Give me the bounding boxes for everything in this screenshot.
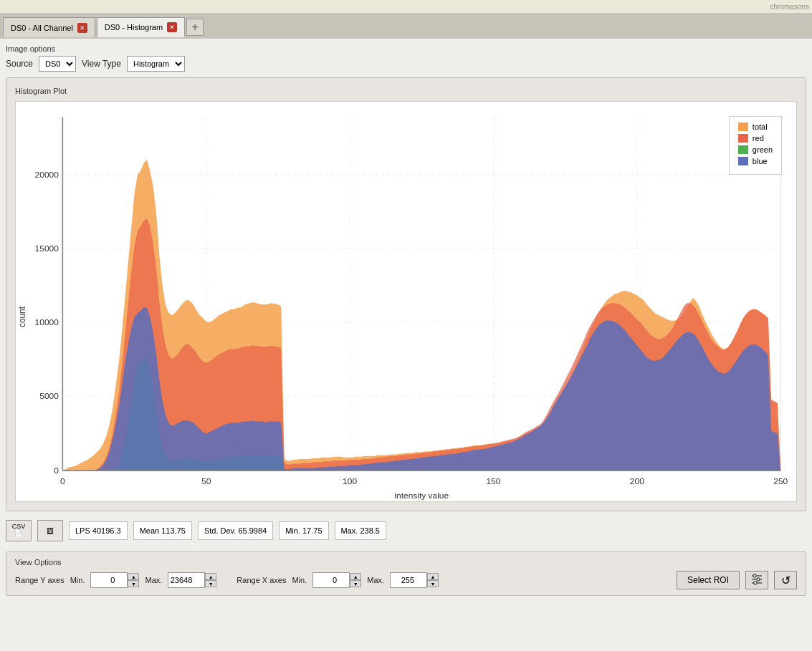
view-type-select[interactable]: Histogram [127,56,185,72]
chart-title: Histogram Plot [15,87,797,95]
svg-text:15000: 15000 [35,243,59,254]
svg-text:5000: 5000 [39,391,59,401]
reset-button[interactable]: ↺ [774,571,797,589]
legend-label-red: red [753,134,764,143]
y-min-up[interactable]: ▲ [128,573,139,580]
legend-item-blue: blue [738,157,773,165]
svg-text:0: 0 [60,476,65,486]
svg-text:intensity value: intensity value [394,491,449,501]
y-min-down[interactable]: ▼ [128,580,139,587]
stddev-value: 65.9984 [238,526,267,535]
mean-box: Mean 113.75 [133,521,192,540]
csv-export-button[interactable]: CSV📄 [6,520,32,541]
min-value: 17.75 [302,526,323,535]
controls-row: Source DS0 View Type Histogram [6,56,806,72]
svg-text:count: count [17,306,27,327]
y-min-spin: ▲ ▼ [128,573,139,587]
x-max-label: Max. [367,576,384,584]
x-min-input-group: ▲ ▼ [312,572,361,588]
svg-text:20000: 20000 [35,170,59,180]
legend-label-blue: blue [753,157,768,165]
tab-allchannel[interactable]: DS0 - All Channel ✕ [3,17,95,37]
legend-item-green: green [738,145,773,154]
legend-color-green [738,145,748,154]
stats-row: CSV📄 🖼 LPS 40196.3 Mean 113.75 Std. Dev.… [6,517,806,544]
lps-box: LPS 40196.3 [69,521,128,540]
tab-allchannel-close[interactable]: ✕ [77,23,87,33]
svg-text:50: 50 [201,476,211,486]
legend-color-red [738,134,748,143]
x-max-down[interactable]: ▼ [427,580,439,587]
y-max-input[interactable] [168,572,205,588]
y-max-input-group: ▲ ▼ [168,572,216,588]
x-min-spin: ▲ ▼ [350,573,361,587]
legend-item-total: total [738,122,773,131]
svg-text:0: 0 [54,466,59,476]
svg-text:100: 100 [343,476,357,486]
tab-histogram-close[interactable]: ✕ [167,22,177,32]
y-min-input-group: ▲ ▼ [90,572,139,588]
stddev-label: Std. Dev. [204,526,236,535]
chart-container: Histogram Plot total red green blu [6,77,806,511]
x-min-up[interactable]: ▲ [350,573,361,580]
x-min-input[interactable] [312,572,350,588]
title-bar: chromasons [0,0,812,13]
chart-area: total red green blue [15,101,797,502]
lps-label: LPS [75,526,90,535]
sliders-icon [750,573,763,588]
source-label: Source [6,59,33,69]
tab-histogram-label: DS0 - Histogram [105,23,163,32]
y-max-label: Max. [145,576,162,584]
mean-label: Mean [140,526,160,535]
mean-value: 113.75 [161,526,186,535]
y-max-spin: ▲ ▼ [205,573,216,587]
legend-color-blue [738,157,748,165]
settings-icon-button[interactable] [745,571,768,589]
y-min-label: Min. [70,576,85,584]
max-label: Max. [341,526,358,535]
legend-color-total [738,122,748,131]
x-max-input-group: ▲ ▼ [390,572,439,588]
svg-point-35 [754,582,757,584]
legend-item-red: red [738,134,773,143]
stddev-box: Std. Dev. 65.9984 [198,521,273,540]
view-type-label: View Type [82,59,121,69]
tab-histogram[interactable]: DS0 - Histogram ✕ [97,17,185,37]
source-select[interactable]: DS0 [39,56,76,72]
x-min-down[interactable]: ▼ [350,580,361,587]
add-tab-button[interactable]: + [186,19,204,36]
brand-label: chromasons [770,3,809,11]
y-max-up[interactable]: ▲ [205,573,216,580]
y-max-down[interactable]: ▼ [205,580,216,587]
select-roi-button[interactable]: Select ROI [677,571,740,589]
min-box: Min. 17.75 [279,521,328,540]
min-label: Min. [285,526,300,535]
image-export-button[interactable]: 🖼 [37,520,63,541]
histogram-svg: 0 5000 10000 15000 20000 0 50 100 150 20… [16,102,796,501]
view-options-row: Range Y axes Min. ▲ ▼ Max. ▲ ▼ Range X a… [15,571,797,589]
max-value: 238.5 [360,526,380,535]
svg-text:200: 200 [630,476,644,486]
svg-text:10000: 10000 [35,317,59,327]
tab-allchannel-label: DS0 - All Channel [11,24,73,32]
image-options-title: Image options [6,44,806,53]
reset-icon: ↺ [781,574,790,587]
csv-icon: CSV📄 [12,524,26,538]
max-box: Max. 238.5 [335,521,386,540]
x-max-spin: ▲ ▼ [427,573,439,587]
tab-bar: DS0 - All Channel ✕ DS0 - Histogram ✕ + [0,13,812,39]
y-min-input[interactable] [90,572,128,588]
image-options-section: Image options Source DS0 View Type Histo… [6,44,806,72]
x-min-label: Min. [292,576,307,584]
x-max-input[interactable] [390,572,427,588]
svg-text:150: 150 [486,476,500,486]
view-options-title: View Options [15,558,797,566]
x-max-up[interactable]: ▲ [427,573,439,580]
image-icon: 🖼 [47,527,54,535]
svg-point-31 [753,574,756,577]
range-y-label: Range Y axes [15,576,65,584]
legend: total red green blue [729,116,782,175]
legend-label-green: green [753,145,773,154]
legend-label-total: total [753,122,768,131]
main-area: Image options Source DS0 View Type Histo… [0,39,812,651]
